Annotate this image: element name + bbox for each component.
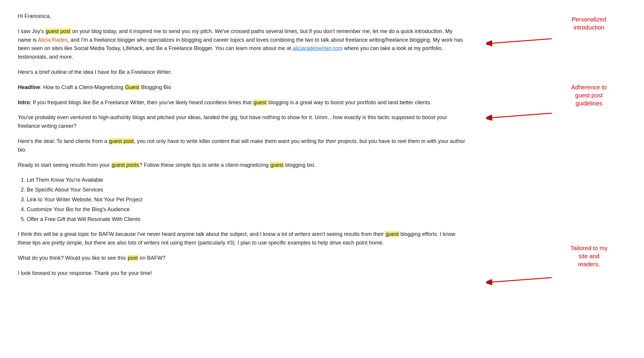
headline-section: Headline: How to Craft a Client-Magnetiz… (18, 83, 467, 92)
list-item: 3. Link to Your Writer Website, Not Your… (21, 195, 467, 204)
highlight-guest-posts-ready: guest posts (111, 162, 139, 168)
p5-c: blogging bio. (284, 162, 315, 168)
tips-list: 1. Let Them Know You're Available 2. Be … (18, 176, 467, 223)
p6-a: I think this will be a great topic for B… (18, 231, 385, 237)
highlight-guest-headline: Guest (125, 84, 140, 90)
annotation-personalized: Personalized introduction (550, 15, 628, 32)
annotation-3-text: Tailored to my site and readers. (570, 245, 608, 267)
p7-a: What do you think? Would you like to see… (18, 255, 127, 261)
list-item: 1. Let Them Know You're Available (21, 176, 467, 184)
highlight-guest-intro: guest (253, 99, 267, 105)
highlight-guest-post-deal: guest post (109, 138, 134, 144)
p4-italic: their (326, 138, 336, 144)
list-item: 5. Offer a Free Gift that Will Resonate … (21, 215, 467, 224)
name-alicia-rades[interactable]: Alicia Rades (38, 37, 68, 43)
highlight-guest-ready2: guest (270, 162, 284, 168)
p5-b: ? Follow these simple tips to write a cl… (139, 162, 270, 168)
annotation-2-text: Adherence to guest post guidelines (571, 84, 607, 107)
headline-text-a: : How to Craft a Client-Magnetizing (40, 84, 125, 90)
paragraph-ventured: You've probably even ventured to high-au… (18, 113, 467, 130)
headline-text-b: Blogging Bio (140, 84, 171, 90)
svg-line-3 (492, 113, 552, 118)
intro-text-a: : If you frequent blogs like Be a Freela… (30, 99, 253, 105)
intro-section: Intro: If you frequent blogs like Be a F… (18, 98, 467, 107)
svg-line-5 (492, 278, 552, 282)
annotation-1-text: Personalized introduction (572, 16, 606, 31)
highlight-post-think: post (127, 255, 138, 261)
list-item: 2. Be Specific About Your Services (21, 186, 467, 194)
website-link[interactable]: aliciaradeswriter.com (293, 45, 343, 51)
annotation-adherence: Adherence to guest post guidelines (550, 83, 628, 108)
p1-a: I saw Joy's (18, 28, 45, 34)
p4-a: Here's the deal: To land clients from a (18, 138, 109, 144)
highlight-guest-post-1: guest post (45, 28, 71, 34)
arrow-1 (486, 33, 552, 48)
annotation-tailored: Tailored to my site and readers. (550, 244, 628, 268)
main-content: Hi Francesca, I saw Joy's guest post on … (18, 12, 479, 278)
paragraph-intro: I saw Joy's guest post on your blog toda… (18, 27, 467, 61)
paragraph-deal: Here's the deal: To land clients from a … (18, 137, 467, 154)
arrow-3 (486, 272, 552, 287)
paragraph-bafw: I think this will be a great topic for B… (18, 230, 467, 247)
p7-b: on BAFW? (138, 255, 165, 261)
headline-line: Headline: How to Craft a Client-Magnetiz… (18, 83, 467, 92)
paragraph-think: What do you think? Would you like to see… (18, 254, 467, 262)
paragraph-forward: I look forward to your response. Thank y… (18, 269, 467, 278)
greeting: Hi Francesca, (18, 12, 467, 21)
intro-text-b: blogging is a great way to boost your po… (267, 99, 432, 105)
page-container: Personalized introduction Adherence to g… (0, 0, 644, 358)
intro-line: Intro: If you frequent blogs like Be a F… (18, 98, 467, 107)
highlight-guest-bafw: guest (385, 231, 399, 237)
list-item: 4. Customize Your Bio for the Blog's Aud… (21, 205, 467, 214)
p4-b: , you not only have to write killer cont… (134, 138, 326, 144)
paragraph-brief-outline: Here's a brief outline of the idea I hav… (18, 68, 467, 77)
p5-a: Ready to start seeing results from your (18, 162, 111, 168)
svg-line-1 (492, 39, 552, 43)
arrow-2 (486, 107, 552, 122)
paragraph-ready: Ready to start seeing results from your … (18, 161, 467, 169)
intro-label: Intro (18, 99, 30, 105)
headline-label: Headline (18, 84, 40, 90)
